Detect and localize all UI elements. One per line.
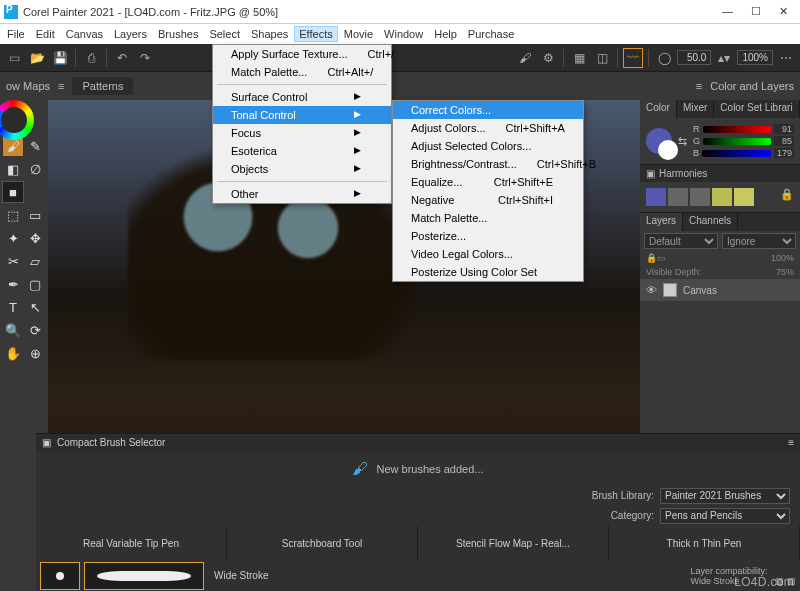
dropper-tool[interactable]: ✎ <box>24 135 46 157</box>
tab-mixer[interactable]: Mixer <box>677 100 714 118</box>
mi-equalize[interactable]: Equalize...Ctrl+Shift+E <box>393 173 583 191</box>
mi-adjust-colors[interactable]: Adjust Colors...Ctrl+Shift+A <box>393 119 583 137</box>
menu-edit[interactable]: Edit <box>31 26 60 42</box>
visible-depth-value[interactable]: 75% <box>776 267 794 277</box>
mi-correct-colors[interactable]: Correct Colors... <box>393 101 583 119</box>
mi-surface-control[interactable]: Surface Control▶ <box>213 88 391 106</box>
tab-color[interactable]: Color <box>640 100 677 118</box>
rotate-tool[interactable]: ⟳ <box>24 319 46 341</box>
stepper-icon[interactable]: ▴▾ <box>714 48 734 68</box>
blend-mode-select[interactable]: Default <box>644 233 718 249</box>
tab-color-set[interactable]: Color Set Librari <box>714 100 799 118</box>
mi-focus[interactable]: Focus▶ <box>213 124 391 142</box>
active-tool-icon[interactable]: 〰 <box>623 48 643 68</box>
harmony-swatch[interactable] <box>668 188 688 206</box>
lock-icon[interactable]: 🔒▭ <box>646 253 666 263</box>
panel-grip-icon[interactable]: ▣ <box>42 437 51 448</box>
harmony-swatch[interactable] <box>690 188 710 206</box>
brush-item[interactable]: Scratchboard Tool <box>227 526 418 561</box>
zoom-tool[interactable]: 🔍 <box>2 319 24 341</box>
redo-icon[interactable]: ↷ <box>135 48 155 68</box>
clone-tool[interactable]: ∅ <box>24 158 46 180</box>
visibility-icon[interactable]: 👁 <box>646 284 657 296</box>
pen-tool[interactable]: ✒ <box>2 273 24 295</box>
mi-objects[interactable]: Objects▶ <box>213 160 391 178</box>
harmony-swatch[interactable] <box>712 188 732 206</box>
mi-brightness-contrast[interactable]: Brightness/Contrast...Ctrl+Shift+B <box>393 155 583 173</box>
b-value[interactable]: 179 <box>774 148 794 158</box>
menu-select[interactable]: Select <box>204 26 245 42</box>
lock-icon[interactable]: 🔒 <box>780 188 794 206</box>
move-tool[interactable]: ✥ <box>24 227 46 249</box>
text-tool[interactable]: T <box>2 296 24 318</box>
menu-window[interactable]: Window <box>379 26 428 42</box>
mi-adjust-selected-colors[interactable]: Adjust Selected Colors... <box>393 137 583 155</box>
more-icon[interactable]: ⋯ <box>776 48 796 68</box>
brush-preview-stroke[interactable] <box>84 562 204 590</box>
g-slider[interactable] <box>703 138 771 145</box>
menu-file[interactable]: File <box>2 26 30 42</box>
mi-match-palette[interactable]: Match Palette...Ctrl+Alt+/ <box>213 63 391 81</box>
wand-tool[interactable]: ✦ <box>2 227 24 249</box>
b-slider[interactable] <box>702 150 771 157</box>
selection-icon[interactable]: ▦ <box>569 48 589 68</box>
hand-tool[interactable]: ✋ <box>2 342 24 364</box>
harmony-swatch[interactable] <box>646 188 666 206</box>
color-swatch[interactable] <box>646 128 672 154</box>
size-icon[interactable]: ◯ <box>654 48 674 68</box>
menu-layers[interactable]: Layers <box>109 26 152 42</box>
brush-item[interactable]: Real Variable Tip Pen <box>36 526 227 561</box>
brush-size-field[interactable]: 50.0 <box>677 50 711 65</box>
r-slider[interactable] <box>703 126 772 133</box>
layer-opacity[interactable]: 100% <box>771 253 794 263</box>
r-value[interactable]: 91 <box>774 124 794 134</box>
mi-tonal-control[interactable]: Tonal Control▶ <box>213 106 391 124</box>
transform-icon[interactable]: ◫ <box>592 48 612 68</box>
brush-library-select[interactable]: Painter 2021 Brushes <box>660 488 790 504</box>
save-icon[interactable]: 💾 <box>50 48 70 68</box>
menu-brushes[interactable]: Brushes <box>153 26 203 42</box>
new-icon[interactable]: ▭ <box>4 48 24 68</box>
mi-match-palette-tonal[interactable]: Match Palette... <box>393 209 583 227</box>
brush-preview-selected[interactable] <box>40 562 80 590</box>
menu-help[interactable]: Help <box>429 26 462 42</box>
menu-canvas[interactable]: Canvas <box>61 26 108 42</box>
eraser-tool[interactable]: ◧ <box>2 158 24 180</box>
menu-purchase[interactable]: Purchase <box>463 26 519 42</box>
tab-channels[interactable]: Channels <box>683 213 738 231</box>
maximize-button[interactable]: ☐ <box>751 5 761 18</box>
pointer-tool[interactable]: ↖ <box>24 296 46 318</box>
mi-esoterica[interactable]: Esoterica▶ <box>213 142 391 160</box>
mi-negative[interactable]: NegativeCtrl+Shift+I <box>393 191 583 209</box>
g-value[interactable]: 85 <box>774 136 794 146</box>
layer-row-canvas[interactable]: 👁 Canvas <box>640 279 800 301</box>
patterns-tab[interactable]: Patterns <box>72 77 133 95</box>
close-button[interactable]: ✕ <box>779 5 788 18</box>
open-icon[interactable]: 📂 <box>27 48 47 68</box>
perspective-tool[interactable]: ▱ <box>24 250 46 272</box>
harmonies-header[interactable]: ▣Harmonies <box>640 165 800 182</box>
panel-menu-icon[interactable]: ≡ <box>788 437 794 448</box>
menu-effects[interactable]: Effects <box>294 26 337 42</box>
menu-shapes[interactable]: Shapes <box>246 26 293 42</box>
undo-icon[interactable]: ↶ <box>112 48 132 68</box>
mi-apply-surface-texture[interactable]: Apply Surface Texture...Ctrl+/ <box>213 45 391 63</box>
minimize-button[interactable]: — <box>722 5 733 18</box>
brush-item[interactable]: Stencil Flow Map - Real... <box>418 526 609 561</box>
options-icon[interactable]: ⚙ <box>538 48 558 68</box>
menu-movie[interactable]: Movie <box>339 26 378 42</box>
mi-video-legal-colors[interactable]: Video Legal Colors... <box>393 245 583 263</box>
color-toggle-icon[interactable]: ⇆ <box>678 135 687 148</box>
tab-layers[interactable]: Layers <box>640 213 683 231</box>
mi-posterize-color-set[interactable]: Posterize Using Color Set <box>393 263 583 281</box>
harmony-swatch[interactable] <box>734 188 754 206</box>
brush-item[interactable]: Thick n Thin Pen <box>609 526 800 561</box>
brush-tool-icon[interactable]: 🖌 <box>515 48 535 68</box>
crop-tool[interactable]: ✂ <box>2 250 24 272</box>
shape-tool[interactable]: ▢ <box>24 273 46 295</box>
grabber-tool[interactable]: ⊕ <box>24 342 46 364</box>
print-icon[interactable]: ⎙ <box>81 48 101 68</box>
ignore-select[interactable]: Ignore <box>722 233 796 249</box>
fill-tool[interactable]: ■ <box>2 181 24 203</box>
mi-posterize[interactable]: Posterize... <box>393 227 583 245</box>
